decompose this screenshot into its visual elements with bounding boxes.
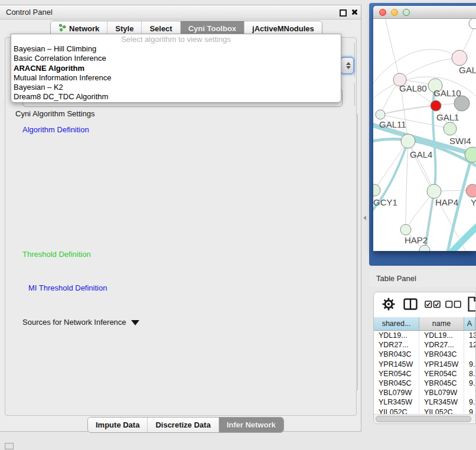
table-cell: YER054C — [374, 369, 419, 379]
select-all-columns-icon[interactable] — [425, 300, 441, 311]
table-cell: YDL19... — [374, 331, 419, 340]
show-columns-icon[interactable] — [403, 298, 418, 312]
table-row[interactable]: YER054CYER054C8. — [374, 369, 475, 379]
cytoscape-desktop: GAL2GAL80GAL10GAL11GAL1GAL4SWI4GCY1HAP4Y… — [369, 3, 476, 266]
mi-threshold-definition-title: MI Threshold Definition — [26, 283, 109, 292]
table-cell — [464, 388, 475, 397]
network-node-gal4[interactable] — [401, 134, 415, 148]
column-header-shared[interactable]: shared... — [374, 317, 419, 330]
bottom-tab-infer-network-label: Infer Network — [227, 418, 276, 432]
minimize-traffic-light-icon[interactable] — [391, 9, 398, 16]
inference-group-border-peek — [354, 43, 355, 77]
table-cell: YBR045C — [374, 379, 419, 388]
bottom-tab-impute-data[interactable]: Impute Data — [88, 418, 148, 432]
sources-title-text: Sources for Network Inference — [22, 318, 126, 327]
network-node[interactable] — [469, 19, 476, 29]
bottom-tab-discretize-data[interactable]: Discretize Data — [148, 418, 219, 432]
network-node-gcy1[interactable] — [373, 184, 380, 196]
network-canvas[interactable]: GAL2GAL80GAL10GAL11GAL1GAL4SWI4GCY1HAP4Y… — [373, 19, 476, 251]
table-horizontal-scrollbar-thumb[interactable] — [376, 416, 471, 422]
bottom-tab-infer-network[interactable]: Infer Network — [219, 418, 283, 432]
table-cell: 9. — [464, 379, 475, 388]
table-cell: YER054C — [419, 369, 464, 379]
table-cell: YPR145W — [374, 360, 419, 369]
dropdown-item-list: Bayesian – Hill ClimbingBasic Correlatio… — [11, 44, 341, 102]
network-edge — [373, 50, 459, 87]
network-node-gal11[interactable] — [376, 110, 385, 119]
application-root: Control Panel NetworkStyleSelectCyni Too… — [0, 0, 476, 450]
dropdown-item-bayesian-k2[interactable]: Bayesian – K2 — [11, 83, 341, 92]
table-row[interactable]: YPR145WYPR145W9. — [374, 360, 475, 369]
float-window-icon[interactable] — [340, 9, 347, 17]
control-panel-window: Control Panel NetworkStyleSelectCyni Too… — [0, 5, 361, 432]
network-node-y[interactable] — [466, 184, 476, 197]
table-cell: YDR27... — [374, 340, 419, 350]
network-edge — [385, 19, 400, 80]
bottom-tab-discretize-data-label: Discretize Data — [155, 418, 210, 432]
node-label-gal80: GAL80 — [399, 83, 427, 93]
network-node[interactable] — [419, 245, 430, 251]
table-cell — [464, 350, 475, 359]
close-icon[interactable] — [351, 9, 357, 15]
node-label-swi4: SWI4 — [449, 136, 471, 146]
table-cell: YIL052C — [419, 407, 464, 415]
table-row[interactable]: YDR27...YDR27...12 — [374, 340, 475, 350]
bottom-tab-impute-data-label: Impute Data — [96, 418, 139, 432]
table-cell: YDR27... — [419, 340, 464, 350]
sources-group-title[interactable]: Sources for Network Inference — [20, 318, 142, 327]
network-edge — [406, 141, 408, 230]
table-panel-titlebar[interactable]: Table Panel — [369, 270, 476, 287]
table-cell: YIL052C — [374, 407, 419, 415]
splitter-collapse-icon[interactable] — [363, 216, 366, 220]
network-node[interactable] — [431, 100, 441, 111]
network-graph: GAL2GAL80GAL10GAL11GAL1GAL4SWI4GCY1HAP4Y… — [373, 19, 476, 251]
node-label-gal10: GAL10 — [433, 88, 461, 98]
node-table-card: shared...nameA YDL19...YDL19...13YDR27..… — [373, 292, 476, 424]
table-row[interactable]: YBR043CYBR043C — [374, 350, 475, 359]
table-cell: YBL079W — [419, 388, 464, 397]
network-node-gal2[interactable] — [452, 50, 467, 66]
table-header-row: shared...nameA — [374, 317, 475, 331]
table-row[interactable]: YDL19...YDL19...13 — [374, 331, 475, 340]
settings-gear-icon[interactable] — [382, 298, 395, 313]
minimized-panel-icon[interactable] — [5, 443, 14, 449]
algorithm-definition-title: Algorithm Definition — [20, 125, 92, 134]
dropdown-item-basic-correlation-inference[interactable]: Basic Correlation Inference — [11, 54, 341, 63]
node-label-gcy1: GCY1 — [373, 197, 397, 207]
table-cell: 9. — [464, 397, 475, 407]
cyni-mode-tab-bar: Impute DataDiscretize DataInfer Network — [87, 417, 284, 433]
table-row[interactable]: YLR345WYLR345W9. — [374, 397, 475, 407]
table-cell: YBR045C — [419, 379, 464, 388]
table-cell: YLR345W — [419, 397, 464, 407]
table-cell: YPR145W — [419, 360, 464, 369]
table-horizontal-scrollbar[interactable] — [374, 414, 475, 423]
network-node-gal1[interactable] — [444, 122, 457, 135]
table-data-group-border-peek — [354, 83, 355, 106]
dropdown-item-aracne-algorithm[interactable]: ARACNE Algorithm — [11, 64, 341, 73]
node-label-gal2: GAL2 — [459, 65, 476, 75]
close-traffic-light-icon[interactable] — [379, 9, 386, 16]
network-node-hap4[interactable] — [427, 184, 441, 198]
table-row[interactable]: YBL079WYBL079W — [374, 388, 475, 397]
focused-combo-arrow-button[interactable] — [340, 57, 354, 74]
cyni-settings-group-title: Cyni Algorithm Settings — [13, 109, 97, 118]
node-label-hap2: HAP2 — [405, 235, 428, 245]
new-document-icon[interactable] — [468, 296, 476, 314]
control-panel-titlebar[interactable]: Control Panel — [0, 5, 361, 19]
zoom-traffic-light-icon[interactable] — [403, 9, 410, 16]
threshold-definition-title: Threshold Definition — [20, 250, 93, 259]
deselect-all-columns-icon[interactable] — [445, 300, 461, 311]
network-node-hap2[interactable] — [400, 224, 411, 235]
dropdown-item-bayesian-hill-climbing[interactable]: Bayesian – Hill Climbing — [11, 44, 341, 54]
table-row[interactable]: YIL052CYIL052C9 — [374, 407, 475, 415]
column-header-name[interactable]: name — [419, 317, 464, 330]
table-cell: YDL19... — [419, 331, 464, 340]
table-cell: YLR345W — [374, 397, 419, 407]
table-row[interactable]: YBR045CYBR045C9. — [374, 379, 475, 388]
table-cell: 9. — [464, 360, 475, 369]
dropdown-item-dream8-dc-tdc-algorithm[interactable]: Dream8 DC_TDC Algorithm — [11, 92, 341, 102]
table-cell: YBR043C — [374, 350, 419, 359]
column-header-a[interactable]: A — [464, 317, 475, 330]
dropdown-item-mutual-information-inference[interactable]: Mutual Information Inference — [11, 73, 341, 83]
network-window-titlebar[interactable] — [373, 6, 476, 19]
